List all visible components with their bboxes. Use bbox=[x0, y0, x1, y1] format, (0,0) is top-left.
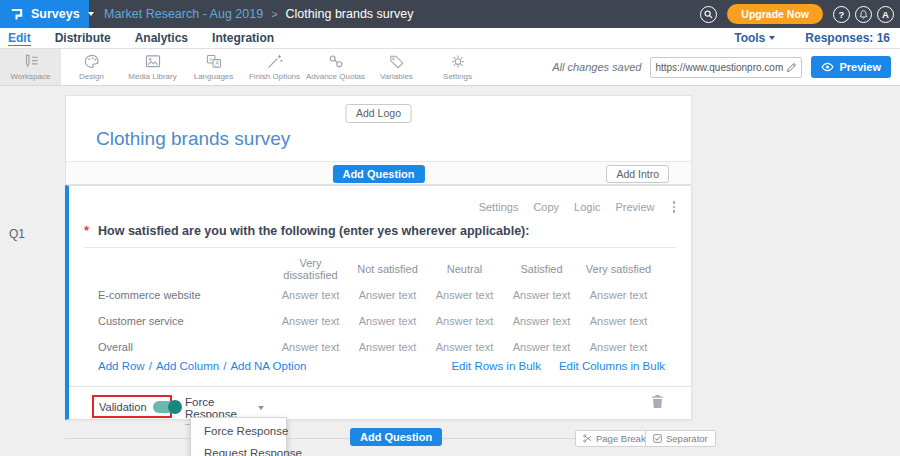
survey-url-box[interactable] bbox=[650, 57, 802, 78]
matrix-row-label[interactable]: E-commerce website bbox=[84, 282, 272, 308]
add-na-option-link[interactable]: Add NA Option bbox=[230, 360, 306, 372]
brand-menu[interactable]: Surveys bbox=[0, 0, 89, 28]
question-copy-link[interactable]: Copy bbox=[533, 201, 559, 213]
matrix-column-header[interactable]: Neutral bbox=[426, 256, 503, 282]
toolbar-item-label: Workspace bbox=[11, 72, 51, 81]
page-break-button[interactable]: Page Break bbox=[575, 430, 654, 447]
toolbar-item-design[interactable]: Design bbox=[61, 49, 122, 85]
validation-toggle[interactable] bbox=[153, 401, 180, 413]
edit-columns-in-bulk-link[interactable]: Edit Columns in Bulk bbox=[559, 360, 665, 372]
matrix-column-header[interactable]: Very satisfied bbox=[580, 256, 657, 282]
more-options-icon[interactable] bbox=[670, 200, 679, 214]
answer-cell[interactable]: Answer text bbox=[349, 308, 426, 334]
question-number-label: Q1 bbox=[9, 227, 25, 241]
toolbar-item-finish-options[interactable]: Finish Options bbox=[244, 49, 305, 85]
delete-question-button[interactable] bbox=[651, 394, 664, 409]
matrix-row-label[interactable]: Customer service bbox=[84, 308, 272, 334]
avatar[interactable]: A bbox=[877, 6, 894, 23]
answer-cell[interactable]: Answer text bbox=[349, 334, 426, 360]
link-separator: / bbox=[223, 360, 226, 372]
tools-label: Tools bbox=[734, 31, 765, 45]
toolbar-item-label: Design bbox=[79, 72, 104, 81]
question-card: Settings Copy Logic Preview * How satisf… bbox=[65, 185, 692, 420]
tab-integration[interactable]: Integration bbox=[212, 31, 274, 45]
add-column-link[interactable]: Add Column bbox=[156, 360, 219, 372]
answer-cell[interactable]: Answer text bbox=[580, 308, 657, 334]
answer-cell[interactable]: Answer text bbox=[503, 282, 580, 308]
annotation-red-box: Validation bbox=[92, 395, 172, 418]
separator-button[interactable]: Separator bbox=[645, 430, 716, 447]
toolbar-item-settings[interactable]: Settings bbox=[427, 49, 488, 85]
eye-icon bbox=[821, 62, 834, 72]
preview-button[interactable]: Preview bbox=[811, 56, 891, 78]
validation-label: Validation bbox=[99, 401, 147, 413]
divider bbox=[84, 247, 676, 248]
matrix-corner-cell bbox=[84, 256, 272, 282]
toolbar-item-workspace[interactable]: Workspace bbox=[0, 49, 61, 85]
matrix-column-header[interactable]: Very dissatisfied bbox=[272, 256, 349, 282]
add-question-button-bottom[interactable]: Add Question bbox=[350, 428, 442, 446]
toolbar-item-label: Variables bbox=[380, 72, 413, 81]
trash-icon bbox=[651, 394, 664, 409]
help-button[interactable]: ? bbox=[833, 6, 850, 23]
divider bbox=[69, 386, 691, 387]
add-logo-button[interactable]: Add Logo bbox=[345, 104, 412, 123]
answer-cell[interactable]: Answer text bbox=[580, 334, 657, 360]
breadcrumb-separator: > bbox=[271, 8, 277, 20]
upgrade-now-button[interactable]: Upgrade Now bbox=[727, 4, 823, 24]
breadcrumb-survey: Clothing brands survey bbox=[286, 7, 414, 21]
menu-item-force-response[interactable]: Force Response bbox=[191, 420, 286, 442]
tools-menu[interactable]: Tools bbox=[734, 31, 775, 45]
toolbar-item-media-library[interactable]: Media Library bbox=[122, 49, 183, 85]
bell-icon bbox=[858, 9, 869, 20]
search-button[interactable] bbox=[700, 6, 717, 23]
add-intro-button[interactable]: Add Intro bbox=[606, 165, 669, 183]
tab-edit[interactable]: Edit bbox=[8, 31, 31, 46]
toolbar-item-advance-quotas[interactable]: Advance Quotas bbox=[305, 49, 366, 85]
matrix-row: Customer service Answer text Answer text… bbox=[84, 308, 657, 334]
survey-toolbar: Workspace Design Media Library xA Langua… bbox=[0, 49, 900, 86]
answer-cell[interactable]: Answer text bbox=[272, 282, 349, 308]
notifications-button[interactable] bbox=[855, 6, 872, 23]
toolbar-item-label: Media Library bbox=[128, 72, 176, 81]
answer-cell[interactable]: Answer text bbox=[272, 308, 349, 334]
answer-cell[interactable]: Answer text bbox=[426, 308, 503, 334]
tab-distribute[interactable]: Distribute bbox=[55, 31, 111, 45]
matrix-column-header[interactable]: Satisfied bbox=[503, 256, 580, 282]
answer-cell[interactable]: Answer text bbox=[426, 282, 503, 308]
toolbar-item-languages[interactable]: xA Languages bbox=[183, 49, 244, 85]
answer-cell[interactable]: Answer text bbox=[426, 334, 503, 360]
add-row-link[interactable]: Add Row bbox=[98, 360, 145, 372]
add-question-button-top[interactable]: Add Question bbox=[332, 165, 424, 183]
question-logic-link[interactable]: Logic bbox=[574, 201, 600, 213]
matrix-row-label[interactable]: Overall bbox=[84, 334, 272, 360]
matrix-row: E-commerce website Answer text Answer te… bbox=[84, 282, 657, 308]
responses-count[interactable]: Responses: 16 bbox=[805, 31, 890, 45]
answer-cell[interactable]: Answer text bbox=[272, 334, 349, 360]
breadcrumb-folder[interactable]: Market Research - Aug 2019 bbox=[104, 7, 263, 21]
answer-cell[interactable]: Answer text bbox=[580, 282, 657, 308]
finish-options-icon bbox=[265, 54, 285, 69]
matrix-row: Overall Answer text Answer text Answer t… bbox=[84, 334, 657, 360]
menu-item-request-response[interactable]: Request Response bbox=[191, 442, 286, 456]
question-settings-link[interactable]: Settings bbox=[479, 201, 519, 213]
tab-analytics[interactable]: Analytics bbox=[135, 31, 188, 45]
answer-cell[interactable]: Answer text bbox=[503, 334, 580, 360]
matrix-header-row: Very dissatisfied Not satisfied Neutral … bbox=[84, 256, 657, 282]
question-preview-link[interactable]: Preview bbox=[615, 201, 654, 213]
advance-quotas-icon bbox=[326, 54, 346, 69]
toggle-knob bbox=[168, 400, 182, 414]
matrix-column-header[interactable]: Not satisfied bbox=[349, 256, 426, 282]
edit-rows-in-bulk-link[interactable]: Edit Rows in Bulk bbox=[451, 360, 540, 372]
edit-pencil-icon[interactable] bbox=[786, 62, 797, 73]
answer-cell[interactable]: Answer text bbox=[503, 308, 580, 334]
languages-icon: xA bbox=[204, 54, 224, 69]
answer-cell[interactable]: Answer text bbox=[349, 282, 426, 308]
survey-url-input[interactable] bbox=[655, 62, 783, 73]
bulk-edit-links: Edit Rows in Bulk Edit Columns in Bulk bbox=[451, 360, 665, 372]
preview-button-label: Preview bbox=[839, 61, 881, 73]
required-asterisk: * bbox=[84, 223, 89, 238]
survey-title[interactable]: Clothing brands survey bbox=[96, 128, 290, 150]
question-text[interactable]: How satisfied are you with the following… bbox=[98, 224, 529, 238]
toolbar-item-variables[interactable]: Variables bbox=[366, 49, 427, 85]
